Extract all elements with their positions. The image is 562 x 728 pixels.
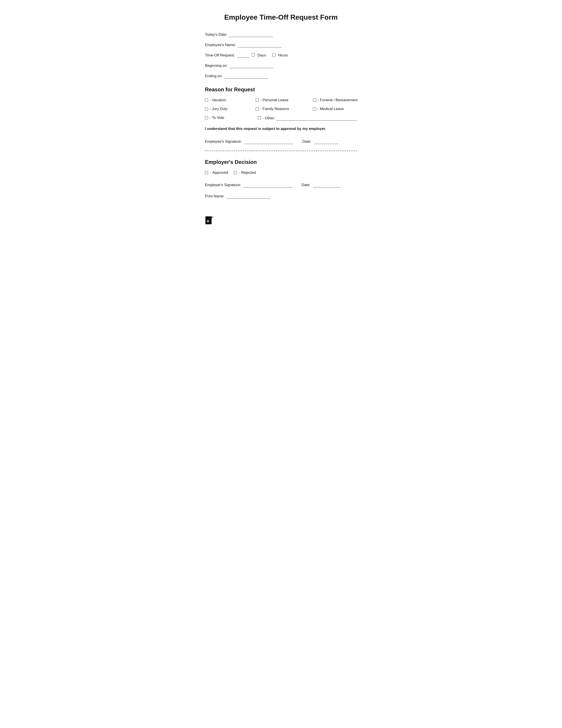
jury-duty-label: Jury Duty	[212, 107, 228, 111]
employer-signature-row: Employer's Signature: Date:	[205, 183, 357, 187]
employee-date-label: Date:	[302, 139, 311, 144]
reason-medical-leave: - Medical Leave	[313, 107, 366, 111]
todays-date-field: Today's Date:	[205, 32, 357, 37]
employer-date-label: Date:	[301, 183, 310, 187]
approved-label: - Approved	[210, 170, 228, 175]
reason-jury-duty: - Jury Duty	[205, 107, 249, 111]
vacation-dash: -	[210, 98, 211, 102]
jury-duty-checkbox[interactable]	[205, 107, 208, 110]
other-checkbox[interactable]	[258, 116, 261, 119]
medical-leave-dash: -	[317, 107, 319, 111]
reason-section-title: Reason for Request	[205, 86, 357, 93]
employer-decision-title: Employer's Decision	[205, 159, 357, 165]
ending-on-field: Ending on:	[205, 74, 357, 79]
rejected-checkbox[interactable]	[234, 171, 237, 174]
timeoff-amount-input[interactable]	[237, 53, 250, 58]
section-divider	[205, 151, 357, 151]
days-checkbox[interactable]	[252, 53, 255, 56]
reason-row-3: - To Vote - Other:	[205, 116, 357, 121]
rejected-label: - Rejected	[239, 170, 256, 175]
approval-text: I understand that this request is subjec…	[205, 126, 357, 131]
reasons-grid: - Vacation - Personal Leave - Funeral / …	[205, 98, 357, 121]
employees-name-input[interactable]	[238, 43, 281, 47]
timeoff-request-row: Time-Off Request: Days Hours	[205, 53, 357, 58]
medical-leave-checkbox[interactable]	[313, 107, 316, 110]
reason-personal-leave: - Personal Leave	[256, 98, 308, 102]
ending-on-label: Ending on:	[205, 74, 223, 78]
hours-checkbox[interactable]	[273, 53, 276, 56]
employee-signature-label: Employee's Signature:	[205, 139, 242, 144]
other-dash: -	[263, 116, 264, 120]
beginning-on-label: Beginning on:	[205, 64, 228, 68]
vacation-checkbox[interactable]	[205, 99, 208, 102]
logo-icon: e	[205, 216, 214, 227]
to-vote-label: To Vote	[212, 116, 224, 120]
employer-decision-section: Employer's Decision - Approved - Rejecte…	[205, 159, 357, 199]
medical-leave-label: Medical Leave	[320, 107, 344, 111]
jury-duty-dash: -	[210, 107, 211, 111]
family-reasons-label: Family Reasons	[263, 107, 289, 111]
other-label: Other:	[265, 116, 275, 120]
reason-row-2: - Jury Duty - Family Reasons - Medical L…	[205, 107, 357, 111]
employees-name-label: Employee's Name:	[205, 43, 236, 47]
employer-signature-label: Employer's Signature:	[205, 183, 241, 187]
svg-rect-2	[212, 216, 213, 218]
employer-signature-input[interactable]	[244, 183, 292, 187]
to-vote-checkbox[interactable]	[205, 116, 208, 119]
personal-leave-checkbox[interactable]	[256, 99, 259, 102]
vacation-label: Vacation	[212, 98, 226, 102]
reason-funeral: - Funeral / Bereavement	[313, 98, 366, 102]
logo-area: e	[205, 216, 357, 227]
employee-signature-row: Employee's Signature: Date:	[205, 139, 357, 144]
personal-leave-label: Personal Leave	[263, 98, 288, 102]
print-name-input[interactable]	[226, 194, 271, 199]
beginning-on-input[interactable]	[230, 64, 274, 68]
print-name-label: Print Name:	[205, 194, 225, 198]
timeoff-request-label: Time-Off Request:	[205, 53, 235, 58]
print-name-row: Print Name:	[205, 194, 357, 199]
hours-label: Hours	[278, 53, 288, 58]
approved-rejected-row: - Approved - Rejected	[205, 170, 357, 175]
to-vote-dash: -	[210, 116, 211, 120]
personal-leave-dash: -	[260, 98, 262, 102]
reason-to-vote: - To Vote	[205, 116, 249, 120]
days-label: Days	[258, 53, 266, 58]
approved-checkbox[interactable]	[205, 171, 208, 174]
funeral-checkbox[interactable]	[313, 99, 316, 102]
employee-signature-input[interactable]	[245, 139, 293, 144]
reason-family-reasons: - Family Reasons	[256, 107, 308, 111]
beginning-on-field: Beginning on:	[205, 64, 357, 68]
todays-date-label: Today's Date:	[205, 32, 227, 37]
family-reasons-checkbox[interactable]	[256, 107, 259, 110]
employer-date-input[interactable]	[313, 183, 339, 187]
family-reasons-dash: -	[260, 107, 262, 111]
employees-name-field: Employee's Name:	[205, 43, 357, 47]
funeral-label: Funeral / Bereavement	[320, 98, 358, 102]
reason-vacation: - Vacation	[205, 98, 249, 102]
reason-row-1: - Vacation - Personal Leave - Funeral / …	[205, 98, 357, 102]
todays-date-input[interactable]	[229, 32, 273, 37]
employee-date-input[interactable]	[314, 139, 338, 144]
svg-text:e: e	[207, 219, 209, 223]
other-input[interactable]	[276, 116, 357, 121]
funeral-dash: -	[317, 98, 319, 102]
page-title: Employee Time-Off Request Form	[205, 13, 357, 21]
ending-on-input[interactable]	[224, 74, 269, 79]
